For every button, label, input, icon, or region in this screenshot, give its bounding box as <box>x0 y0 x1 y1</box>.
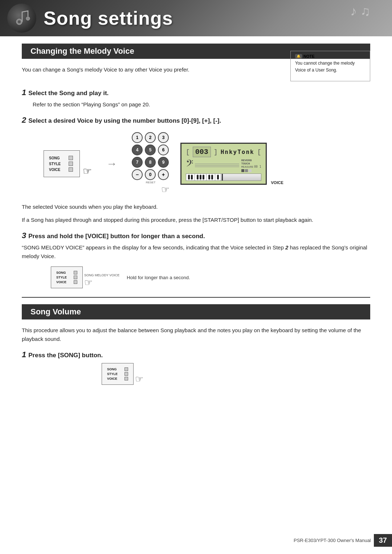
page-footer: PSR-E303/YPT-300 Owner's Manual 37 <box>294 534 392 547</box>
key-b4 <box>200 175 201 179</box>
measure-label: MEASURE <box>241 165 254 168</box>
hold-style-label: STYLE <box>56 276 72 279</box>
sv-style-indicator <box>124 372 128 376</box>
key-b8 <box>217 175 219 179</box>
sv-song-row: SONG <box>107 367 128 371</box>
key-b5 <box>203 175 204 179</box>
sv-style-row: STYLE <box>107 372 128 376</box>
step-2-header: 2 Select a desired Voice by using the nu… <box>22 115 370 125</box>
hold-song-row: SONG <box>56 271 77 274</box>
svg-point-1 <box>18 20 21 23</box>
touch-label: TOUCH <box>241 162 261 165</box>
step-1-header: 1 Select the Song and play it. <box>22 88 370 97</box>
num-btn-9[interactable]: 9 <box>158 157 169 168</box>
step-3-ref: 2 <box>285 244 288 250</box>
arrow-right-icon: → <box>106 158 117 170</box>
block-1 <box>241 169 244 172</box>
section-changing-melody-voice: Changing the Melody Voice 🔔 NOTE You can… <box>22 44 370 288</box>
keyboard-display <box>186 174 261 181</box>
step-3-detail: “SONG MELODY VOICE” appears in the displ… <box>22 243 370 261</box>
step-2-text-1: The selected Voice sounds when you play … <box>22 203 370 211</box>
bass-clef-icon: 𝄢 <box>186 159 193 172</box>
page-header: Song settings ♪ ♫ <box>0 0 392 36</box>
sv-voice-label: VOICE <box>107 377 123 380</box>
song-volume-intro: This procedure allows you to adjust the … <box>22 326 370 343</box>
hold-hand-icon: ☞ <box>84 277 93 288</box>
reset-label: RESET <box>146 181 156 184</box>
block-3 <box>249 169 252 172</box>
display-screen: [ 003 ] HnkyTonk [ 𝄢 <box>180 143 267 185</box>
button-panel-1: SONG STYLE VOICE <box>44 150 80 177</box>
step-3-header: 3 Press and hold the [VOICE] button for … <box>22 231 370 240</box>
key-b3 <box>197 175 199 179</box>
key-b7 <box>211 175 213 179</box>
block-2 <box>245 169 248 172</box>
num-btn-6[interactable]: 6 <box>158 144 169 155</box>
num-btn-4[interactable]: 4 <box>132 144 143 155</box>
voice-label-right: VOICE <box>271 180 283 185</box>
step-3-number: 3 <box>22 231 26 240</box>
voice-button-row: VOICE <box>49 167 74 172</box>
footer-page-number: 37 <box>374 534 392 547</box>
hold-diagram: SONG STYLE VOICE SONG MELODY VOICE ☞ <box>51 266 370 288</box>
sv-hand-icon: ☞ <box>135 374 143 385</box>
main-content: Changing the Melody Voice 🔔 NOTE You can… <box>0 36 392 401</box>
svg-point-2 <box>26 17 30 20</box>
num-btn-7[interactable]: 7 <box>132 157 143 168</box>
song-melody-voice-label: SONG MELODY VOICE <box>84 273 119 277</box>
hand-cursor-icon-2: ☞ <box>161 184 170 195</box>
style-button-row: STYLE <box>49 162 74 166</box>
step-3-heading: Press and hold the [VOICE] button for lo… <box>28 233 205 240</box>
num-btn-5[interactable]: 5 <box>145 144 156 155</box>
display-number: 003 <box>193 147 211 157</box>
key-b1 <box>188 175 190 179</box>
num-btn-8[interactable]: 8 <box>145 157 156 168</box>
hold-voice-row: VOICE <box>56 280 77 284</box>
display-voice-name: HnkyTonk <box>221 148 254 155</box>
sv-song-indicator <box>124 367 128 371</box>
display-middle-row: 𝄢 REVERB TOUCH MEASURE 00 1 <box>186 159 261 172</box>
hold-song-label: SONG <box>56 271 72 274</box>
note-box: 🔔 NOTE You cannot change the melody Voic… <box>290 51 370 81</box>
step-1-detail: Refer to the section “Playing Songs” on … <box>33 100 370 109</box>
display-top-row: [ 003 ] HnkyTonk [ <box>186 147 261 157</box>
num-btn-plus[interactable]: + <box>158 169 169 180</box>
section-title-song-volume: Song Volume <box>22 304 370 319</box>
key-b2 <box>191 175 193 179</box>
left-bracket: [ <box>186 148 190 156</box>
sv-voice-indicator <box>124 377 128 380</box>
hold-style-row: STYLE <box>56 276 77 279</box>
step-2-number: 2 <box>22 115 26 125</box>
footer-model-text: PSR-E303/YPT-300 Owner's Manual <box>294 538 374 543</box>
num-pad-grid: 1 2 3 4 5 6 7 8 9 − 0 + <box>132 132 170 180</box>
small-panel-hold: SONG STYLE VOICE <box>51 266 83 288</box>
style-indicator <box>69 162 73 166</box>
num-btn-3[interactable]: 3 <box>158 132 169 143</box>
hand-cursor-icon: ☞ <box>83 165 92 177</box>
hold-song-indicator <box>74 271 77 274</box>
song-button-row: SONG <box>49 156 74 160</box>
measure-value: 00 1 <box>254 165 261 168</box>
step-2-heading: Select a desired Voice by using the numb… <box>28 117 221 125</box>
staff-line-3 <box>195 167 239 167</box>
step-1-number: 1 <box>22 88 26 97</box>
display-with-voice: [ 003 ] HnkyTonk [ 𝄢 <box>180 143 283 185</box>
page-title: Song settings <box>44 7 173 29</box>
button-panel-with-hand: SONG STYLE VOICE ☞ <box>44 150 92 177</box>
num-btn-1[interactable]: 1 <box>132 132 143 143</box>
sv-style-label: STYLE <box>107 372 123 376</box>
num-btn-minus[interactable]: − <box>132 169 143 180</box>
hold-voice-indicator <box>74 280 77 284</box>
reverb-label: REVERB <box>241 159 261 162</box>
num-btn-2[interactable]: 2 <box>145 132 156 143</box>
step-2-text-2: If a Song has played through and stopped… <box>22 216 370 224</box>
right-bracket-2: [ <box>257 148 261 156</box>
note-icon: 🔔 <box>295 54 302 58</box>
hold-hand-group: SONG MELODY VOICE ☞ <box>84 273 119 288</box>
right-bracket: ] <box>214 148 218 156</box>
hold-style-indicator <box>74 276 77 279</box>
display-right-info: REVERB TOUCH MEASURE 00 1 <box>241 159 261 172</box>
music-notes-decoration: ♪ ♫ <box>350 4 370 19</box>
num-btn-0[interactable]: 0 <box>145 169 156 180</box>
voice-indicator <box>69 167 73 172</box>
